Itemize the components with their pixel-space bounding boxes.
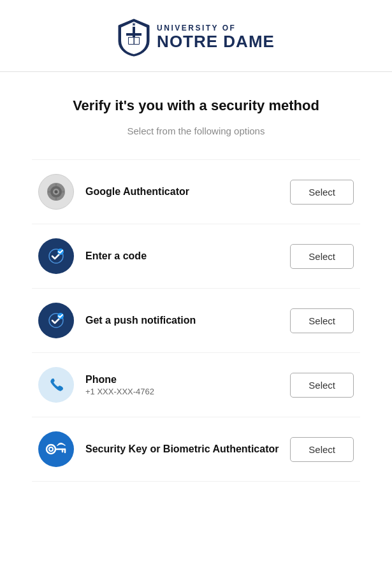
svg-point-11 [48,191,50,193]
page-title: Verify it's you with a security method [32,97,360,114]
logo-line2: NOTRE DAME [157,32,275,51]
enter-code-label: Enter a code [85,250,290,262]
notre-dame-shield-icon [117,18,150,57]
logo-text: UNIVERSITY OF NOTRE DAME [157,24,275,51]
svg-point-8 [55,191,58,194]
security-key-name: Security Key or Biometric Authenticator [85,443,290,455]
phone-select-button[interactable]: Select [290,373,354,398]
google-authenticator-select-button[interactable]: Select [290,180,354,205]
phone-number: +1 XXX-XXX-4762 [85,387,290,396]
svg-point-20 [49,447,53,451]
google-authenticator-label: Google Authenticator [85,186,290,198]
svg-rect-3 [134,38,139,44]
options-list: Google Authenticator Select Enter a code… [32,159,360,482]
security-key-label: Security Key or Biometric Authenticator [85,443,290,455]
phone-label: Phone +1 XXX-XXX-4762 [85,374,290,396]
option-security-key: Security Key or Biometric Authenticator … [32,417,360,482]
logo: UNIVERSITY OF NOTRE DAME [117,18,275,57]
security-key-icon [38,431,74,467]
page-subtitle: Select from the following options [32,126,360,136]
svg-point-12 [62,191,64,193]
option-phone: Phone +1 XXX-XXX-4762 Select [32,353,360,417]
enter-code-icon [38,238,74,274]
push-notification-select-button[interactable]: Select [290,308,354,333]
push-notification-label: Get a push notification [85,315,290,326]
phone-name: Phone [85,374,290,385]
svg-point-9 [55,184,57,186]
main-content: Verify it's you with a security method S… [0,72,392,507]
svg-point-10 [55,198,57,200]
google-authenticator-icon [38,174,74,210]
svg-rect-2 [129,38,134,44]
push-notification-icon [38,303,74,338]
push-notification-name: Get a push notification [85,315,290,326]
google-authenticator-name: Google Authenticator [85,186,290,198]
enter-code-name: Enter a code [85,250,290,262]
phone-icon [38,367,74,403]
option-enter-code: Enter a code Select [32,224,360,289]
security-key-select-button[interactable]: Select [290,437,354,462]
header: UNIVERSITY OF NOTRE DAME [0,0,392,72]
option-push-notification: Get a push notification Select [32,289,360,353]
svg-point-19 [47,445,55,454]
enter-code-select-button[interactable]: Select [290,244,354,269]
option-google-authenticator: Google Authenticator Select [32,159,360,224]
